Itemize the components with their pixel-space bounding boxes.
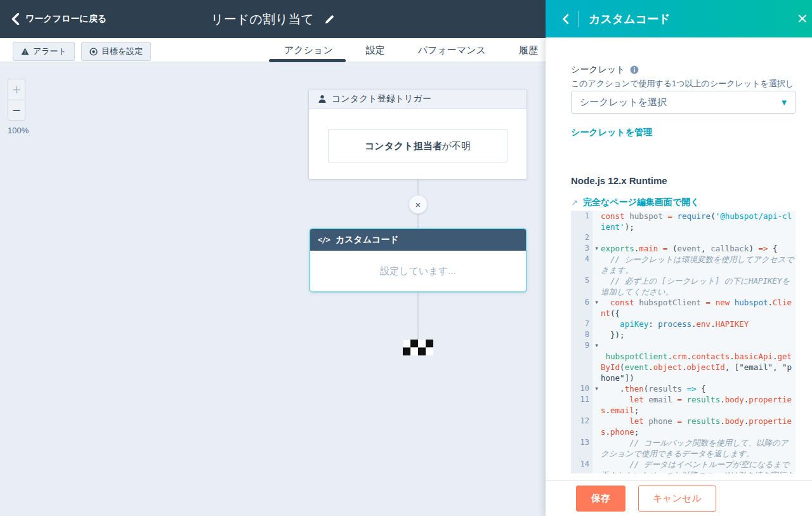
- target-icon: [89, 48, 98, 56]
- panel-body: シークレット このアクションで使用する1つ以上のシークレットを選択します。 シー…: [546, 37, 812, 516]
- fold-caret-placeholder: [593, 254, 601, 275]
- save-button[interactable]: 保存: [576, 486, 625, 512]
- secrets-select[interactable]: シークレットを選択 ▼: [571, 91, 796, 114]
- header-divider: [578, 11, 579, 27]
- trigger-node-title: コンタクト登録トリガー: [332, 93, 431, 105]
- alerts-label: アラート: [33, 46, 67, 57]
- workflow-end-flag-icon: [403, 340, 433, 358]
- panel-close-button[interactable]: ×: [797, 10, 808, 27]
- fold-caret-placeholder: [593, 437, 601, 459]
- set-goal-label: 目標を設定: [102, 46, 143, 57]
- open-full-editor-label: 完全なページ編集画面で開く: [583, 197, 700, 208]
- code-line: 9▾ hubspotClient.crm.contacts.basicApi.g…: [571, 340, 796, 383]
- panel-header: カスタムコード ×: [546, 0, 812, 37]
- custom-code-panel: カスタムコード × シークレット このアクションで使用する1つ以上のシークレット…: [546, 0, 812, 516]
- code-line: 10▾ .then(results => {: [571, 383, 796, 394]
- criteria-condition: が不明: [442, 140, 471, 151]
- custom-code-node-status: 設定しています...: [310, 251, 526, 291]
- trigger-node-header: コンタクト登録トリガー: [309, 89, 527, 109]
- set-goal-button[interactable]: 目標を設定: [81, 42, 151, 61]
- fold-caret-icon[interactable]: ▾: [593, 243, 601, 254]
- code-line: 3▾exports.main = (event, callback) => {: [571, 243, 796, 254]
- fold-caret-icon[interactable]: ▾: [593, 297, 601, 319]
- fold-caret-placeholder: [593, 319, 601, 329]
- tab-history[interactable]: 履歴: [519, 44, 538, 56]
- custom-code-node-title: カスタムコード: [336, 234, 399, 246]
- code-line: 5 // 必ず上の [シークレット] の下にHAPIKEYを追加してください。: [571, 275, 796, 297]
- custom-code-node[interactable]: </> カスタムコード 設定しています...: [309, 228, 527, 293]
- zoom-level-label: 100%: [8, 126, 29, 135]
- fold-caret-placeholder: [593, 416, 601, 437]
- info-icon[interactable]: [630, 65, 639, 74]
- code-editor[interactable]: 1const hubspot = require('@hubspot/api-c…: [571, 211, 796, 473]
- chevron-left-icon: [562, 14, 569, 24]
- code-line: 6▾ const hubspotClient = new hubspot.Cli…: [571, 297, 796, 319]
- fold-caret-placeholder: [593, 459, 601, 473]
- zoom-controls: + − 100%: [8, 79, 29, 135]
- fold-caret-icon[interactable]: ▾: [593, 340, 601, 383]
- zoom-out-button[interactable]: −: [8, 100, 25, 121]
- criteria-property: コンタクト担当者: [365, 140, 442, 151]
- manage-secrets-link[interactable]: シークレットを管理: [571, 127, 652, 138]
- code-line: 8 });: [571, 329, 796, 340]
- workflow-canvas[interactable]: + − 100% コンタクト登録トリガー コンタクト担当者が不明 × </> カ…: [0, 62, 546, 516]
- panel-footer: 保存 キャンセル: [546, 480, 812, 516]
- secrets-label: シークレット: [571, 64, 625, 76]
- workflow-title-group: リードの割り当て: [0, 0, 546, 38]
- fold-caret-placeholder: [593, 275, 601, 297]
- fold-caret-placeholder: [593, 211, 601, 232]
- insert-action-x-button[interactable]: ×: [409, 195, 428, 214]
- tab-settings[interactable]: 設定: [366, 44, 385, 56]
- edit-pencil-icon[interactable]: [324, 14, 335, 25]
- toolbar-buttons: アラート 目標を設定: [13, 42, 151, 61]
- panel-back-button[interactable]: [562, 14, 569, 24]
- code-line: 7 apiKey: process.env.HAPIKEY: [571, 319, 796, 329]
- runtime-label: Node.js 12.x Runtime: [571, 175, 667, 186]
- open-full-editor-link[interactable]: ↗ 完全なページ編集画面で開く: [571, 197, 700, 208]
- panel-title: カスタムコード: [589, 11, 671, 27]
- contact-person-icon: [318, 95, 327, 103]
- secrets-select-placeholder: シークレットを選択: [580, 96, 667, 109]
- secrets-label-row: シークレット: [571, 64, 639, 76]
- enrollment-trigger-node[interactable]: コンタクト登録トリガー コンタクト担当者が不明: [308, 89, 527, 180]
- fold-caret-placeholder: [593, 329, 601, 340]
- code-line: 14 // データはイベントループが空になるまで返されないため、これ以降のコード…: [571, 459, 796, 473]
- workflow-title: リードの割り当て: [211, 11, 313, 28]
- fold-caret-placeholder: [593, 394, 601, 416]
- warning-triangle-icon: [21, 48, 29, 55]
- custom-code-node-header: </> カスタムコード: [310, 229, 526, 251]
- active-tab-indicator: [269, 59, 346, 62]
- code-line: 4 // シークレットは環境変数を使用してアクセスできます。: [571, 254, 796, 275]
- code-line: 1const hubspot = require('@hubspot/api-c…: [571, 211, 796, 232]
- chevron-down-icon: ▼: [782, 99, 787, 106]
- external-link-icon: ↗: [571, 198, 578, 208]
- trigger-criteria[interactable]: コンタクト担当者が不明: [328, 129, 508, 162]
- fold-caret-placeholder: [593, 232, 601, 243]
- zoom-in-button[interactable]: +: [8, 79, 25, 100]
- alerts-button[interactable]: アラート: [13, 42, 75, 61]
- x-symbol: ×: [416, 199, 421, 210]
- cancel-button[interactable]: キャンセル: [638, 486, 716, 512]
- workflow-editor: ワークフローに戻る リードの割り当て アラート 目標を設定 アクション 設定 パ…: [0, 0, 812, 516]
- code-line: 12 let phone = results.body.properties.p…: [571, 416, 796, 437]
- tab-performance[interactable]: パフォーマンス: [418, 44, 486, 56]
- code-line: 11 let email = results.body.properties.e…: [571, 394, 796, 416]
- tab-actions[interactable]: アクション: [284, 44, 333, 56]
- code-icon: </>: [318, 235, 330, 244]
- fold-caret-icon[interactable]: ▾: [593, 383, 601, 394]
- code-line: 2: [571, 232, 796, 243]
- code-line: 13 // コールバック関数を使用して、以降のアクションで使用できるデータを返し…: [571, 437, 796, 459]
